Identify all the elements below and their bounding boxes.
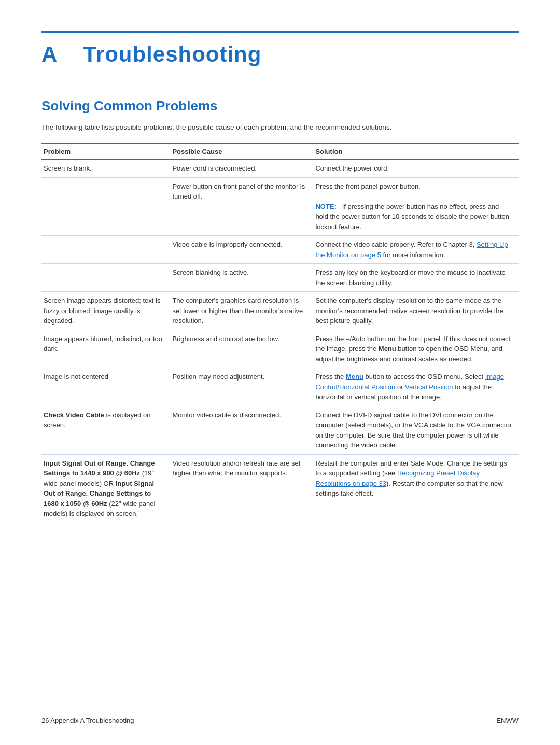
problem-cell: Screen image appears distorted; text is … — [41, 292, 170, 330]
cause-cell: Power cord is disconnected. — [170, 160, 313, 178]
problems-table: Problem Possible Cause Solution Screen i… — [41, 143, 519, 523]
table-row: Screen is blank. Power cord is disconnec… — [41, 160, 519, 178]
cause-cell: Video resolution and/or refresh rate are… — [170, 454, 313, 523]
footer-left: 26 Appendix A Troubleshooting — [41, 716, 134, 724]
problem-cell: Check Video Cable is displayed on screen… — [41, 406, 170, 454]
menu-bold: Menu — [379, 345, 396, 353]
solution-cell: Set the computer's display resolution to… — [313, 292, 519, 330]
solution-cell: Press the –/Auto button on the front pan… — [313, 330, 519, 368]
cause-cell: Position may need adjustment. — [170, 368, 313, 406]
table-row: Image is not centered Position may need … — [41, 368, 519, 406]
table-row: Power button on front panel of the monit… — [41, 177, 519, 236]
problem-cell — [41, 236, 170, 264]
table-row: Image appears blurred, indistinct, or to… — [41, 330, 519, 368]
problem-cell: Input Signal Out of Range. Change Settin… — [41, 454, 170, 523]
chapter-header: A Troubleshooting — [41, 31, 519, 67]
input-signal-bold2: Input Signal Out of Range. Change Settin… — [44, 480, 154, 508]
note-label: NOTE: — [315, 203, 336, 210]
preset-display-link[interactable]: Recognizing Preset Display Resolutions o… — [315, 469, 480, 487]
header-solution: Solution — [313, 144, 519, 160]
problem-cell — [41, 264, 170, 292]
solution-cell: Connect the power cord. — [313, 160, 519, 178]
header-problem: Problem — [41, 144, 170, 160]
chapter-name: Troubleshooting — [83, 42, 261, 66]
problem-cell — [41, 177, 170, 236]
menu-link[interactable]: Menu — [346, 373, 363, 381]
cause-cell: Power button on front panel of the monit… — [170, 177, 313, 236]
cause-cell: The computer's graphics card resolution … — [170, 292, 313, 330]
vertical-position-link[interactable]: Vertical Position — [405, 383, 453, 391]
section-title: Solving Common Problems — [41, 98, 519, 114]
setting-monitor-link[interactable]: Setting Up the Monitor on page 5 — [315, 241, 508, 259]
footer-right: ENWW — [496, 716, 519, 724]
footer: 26 Appendix A Troubleshooting ENWW — [41, 716, 519, 724]
problem-cell: Screen is blank. — [41, 160, 170, 178]
intro-text: The following table lists possible probl… — [41, 122, 519, 133]
section: Solving Common Problems The following ta… — [41, 98, 519, 523]
cause-cell: Brightness and contrast are too low. — [170, 330, 313, 368]
page: A Troubleshooting Solving Common Problem… — [0, 0, 560, 745]
solution-cell: Restart the computer and enter Safe Mode… — [313, 454, 519, 523]
solution-cell: Press the front panel power button. NOTE… — [313, 177, 519, 236]
problem-cell: Image is not centered — [41, 368, 170, 406]
input-signal-bold: Input Signal Out of Range. Change Settin… — [44, 459, 155, 477]
problem-cell: Image appears blurred, indistinct, or to… — [41, 330, 170, 368]
table-row: Video cable is improperly connected. Con… — [41, 236, 519, 264]
solution-cell: Press the Menu button to access the OSD … — [313, 368, 519, 406]
solution-cell: Connect the video cable properly. Refer … — [313, 236, 519, 264]
chapter-letter: A — [41, 42, 57, 66]
chapter-title: A Troubleshooting — [41, 42, 261, 66]
table-row: Check Video Cable is displayed on screen… — [41, 406, 519, 454]
solution-cell: Press any key on the keyboard or move th… — [313, 264, 519, 292]
cause-cell: Screen blanking is active. — [170, 264, 313, 292]
table-row: Input Signal Out of Range. Change Settin… — [41, 454, 519, 523]
table-row: Screen image appears distorted; text is … — [41, 292, 519, 330]
header-cause: Possible Cause — [170, 144, 313, 160]
cause-cell: Monitor video cable is disconnected. — [170, 406, 313, 454]
check-video-bold: Check Video Cable — [44, 411, 104, 419]
table-row: Screen blanking is active. Press any key… — [41, 264, 519, 292]
solution-cell: Connect the DVI-D signal cable to the DV… — [313, 406, 519, 454]
cause-cell: Video cable is improperly connected. — [170, 236, 313, 264]
table-header-row: Problem Possible Cause Solution — [41, 144, 519, 160]
